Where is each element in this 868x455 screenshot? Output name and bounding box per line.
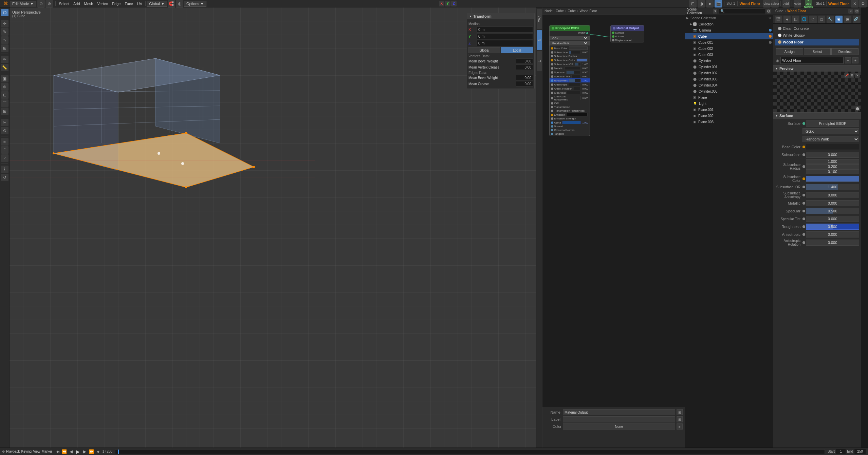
assign-btn[interactable]: Assign [776, 48, 803, 55]
random-walk-field[interactable]: Random Walk [550, 41, 590, 45]
material-wood-floor[interactable]: Wood Floor [775, 39, 859, 45]
menu-uv[interactable]: UV [135, 1, 144, 6]
select-tool[interactable]: ⬡ [1, 9, 8, 16]
mat-name-minus[interactable]: − [845, 57, 851, 63]
outliner-item-cylinder003[interactable]: ⬤ Cylinder.003 [685, 76, 773, 82]
base-color-swatch[interactable] [806, 144, 859, 150]
outliner-settings-btn[interactable]: ⚙ [767, 9, 771, 14]
outliner-item-collection[interactable]: ▶ Collection [685, 21, 773, 27]
scale-tool[interactable]: ⤡ [1, 36, 8, 44]
inset-tool[interactable]: ⊡ [1, 91, 8, 99]
preview-sphere-btn[interactable]: ⬤ [855, 106, 860, 111]
node-label-field[interactable] [563, 416, 675, 422]
color-none-btn[interactable]: None [563, 423, 675, 430]
transform-global[interactable]: Global ▼ [147, 1, 167, 7]
start-frame-input[interactable] [836, 449, 846, 454]
scene-tab[interactable]: 🌐 [801, 16, 808, 23]
viewport-shade-material[interactable]: ● [706, 0, 714, 7]
outliner-item-camera[interactable]: 📷 Camera [685, 27, 773, 33]
subsurf-radius-2[interactable]: 0.200 [806, 164, 859, 169]
principled-bsdf-node[interactable]: Principled BSDF BSDF GGX Random W [549, 25, 590, 136]
preview-maximize-btn[interactable]: ⊞ [850, 73, 854, 78]
subsurf-aniso-value[interactable]: 0.000 [806, 192, 859, 198]
anisotropic-value[interactable]: 0.000 [806, 231, 859, 238]
end-frame-input[interactable] [854, 449, 866, 454]
n-tab[interactable]: N [537, 30, 542, 50]
viewport-shade-render[interactable]: 🎬 [715, 0, 722, 7]
deselect-btn[interactable]: Deselect [831, 48, 858, 55]
preview-pin-btn[interactable]: 📌 [844, 73, 849, 78]
y-input[interactable] [477, 33, 533, 39]
aniso-rot-value[interactable]: 0.000 [806, 240, 859, 246]
menu-mesh[interactable]: Mesh [82, 1, 95, 6]
marker-menu[interactable]: Marker [42, 450, 52, 453]
output-props-tab[interactable]: 🖨 [783, 16, 791, 23]
menu-select[interactable]: Select [57, 1, 71, 6]
move-tool[interactable]: ✛ [1, 20, 8, 27]
add-button[interactable]: Add [782, 0, 790, 7]
menu-edge[interactable]: Edge [110, 1, 123, 6]
engine-icon[interactable]: ⌘ [1, 0, 10, 7]
rip-tool[interactable]: ⌇ [1, 166, 8, 173]
mat-name-plus[interactable]: + [852, 57, 858, 63]
subsurf-ior-value[interactable]: 1.400 [806, 184, 859, 190]
material-clean-concrete[interactable]: Clean Concrete [775, 25, 859, 32]
spec-tint-value[interactable]: 0.000 [806, 216, 859, 222]
material-white-glossy[interactable]: White Glossy [775, 32, 859, 39]
play-fwd-btn[interactable]: ▶ [82, 449, 88, 454]
outliner-item-scene[interactable]: ▶ Scene Collection 👁 [685, 15, 773, 21]
settings-btn[interactable]: ⚙ [859, 0, 867, 7]
close-editor-btn[interactable]: ✕ [851, 0, 858, 7]
metallic-value[interactable]: 0.000 [806, 200, 859, 206]
t-tab[interactable]: T [537, 51, 542, 71]
props-settings-btn[interactable]: ⚙ [854, 9, 859, 14]
z-axis-btn[interactable]: Z [451, 1, 457, 6]
subsurf-radius-1[interactable]: 1.000 [806, 159, 859, 164]
select-button[interactable]: Select [771, 0, 779, 7]
outliner-item-plane003[interactable]: ▣ Plane.003 [685, 119, 773, 125]
mode-dropdown[interactable]: Edit Mode ▼ [10, 1, 36, 6]
viewport-shade-solid[interactable]: ◑ [698, 0, 705, 7]
spin-tool[interactable]: ↺ [1, 174, 8, 181]
ggx-distribution-select[interactable]: GGX [802, 128, 859, 134]
ggx-field[interactable]: GGX [550, 36, 590, 40]
surface-type-field[interactable]: Principled BSDF [806, 120, 859, 127]
constraint-tab[interactable]: 🔗 [853, 16, 860, 23]
play-btn[interactable]: ▶ [75, 449, 81, 454]
add-cube-tool[interactable]: ▣ [1, 75, 8, 82]
global-btn[interactable]: Global [468, 47, 500, 53]
preview-section-header[interactable]: ▼ Preview [773, 65, 861, 72]
mean-bevel-weight-edge-input[interactable] [516, 75, 533, 80]
use-nodes-btn[interactable]: ✓ Use Nodes [805, 0, 812, 7]
transform-header[interactable]: ▼ Transform [467, 13, 534, 19]
extrude-tool[interactable]: ⊕ [1, 83, 8, 91]
object-tab[interactable]: □ [818, 16, 826, 23]
viewport[interactable]: User Perspective (1) Cube X Y Z [10, 7, 542, 448]
modifier-tab[interactable]: 🔧 [827, 16, 834, 23]
select-btn[interactable]: Select [804, 48, 831, 55]
node-canvas[interactable]: Principled BSDF BSDF GGX Random W [542, 15, 685, 407]
subsurf-radius-3[interactable]: 0.100 [806, 169, 859, 174]
keying-menu[interactable]: Keying [21, 450, 32, 453]
specular-value[interactable]: 0.500 [806, 208, 859, 214]
material-tab[interactable]: ◉ [835, 16, 843, 23]
subsurf-color-swatch[interactable] [806, 176, 859, 182]
outliner-item-cylinder001[interactable]: ⬤ Cylinder.001 [685, 64, 773, 70]
world-tab[interactable]: ⊙ [809, 16, 817, 23]
knife-tool[interactable]: ✂ [1, 119, 8, 126]
outliner-item-cube003[interactable]: ▣ Cube.003 [685, 52, 773, 58]
annotate-tool[interactable]: ✏ [1, 56, 8, 63]
bevel-tool[interactable]: ⌒ [1, 99, 8, 107]
proportional2-btn[interactable]: ◎ [176, 0, 183, 7]
outliner-item-cylinder004[interactable]: ⬤ Cylinder.004 [685, 82, 773, 88]
surface-section-header[interactable]: ▼ Surface [773, 112, 861, 119]
data-tab[interactable]: ▣ [844, 16, 851, 23]
outliner-item-plane001[interactable]: ▣ Plane.001 [685, 107, 773, 113]
random-walk-select-props[interactable]: Random Walk [802, 136, 859, 142]
subsurface-value[interactable]: 0.000 [806, 152, 859, 158]
node-name-icon[interactable]: ⊞ [677, 409, 683, 415]
push-pull-tool[interactable]: ⤴ [1, 146, 8, 154]
props-close-btn[interactable]: ✕ [848, 9, 853, 14]
outliner-item-plane002[interactable]: ▣ Plane.002 [685, 113, 773, 119]
roughness-value[interactable]: 0.500 [806, 224, 859, 230]
